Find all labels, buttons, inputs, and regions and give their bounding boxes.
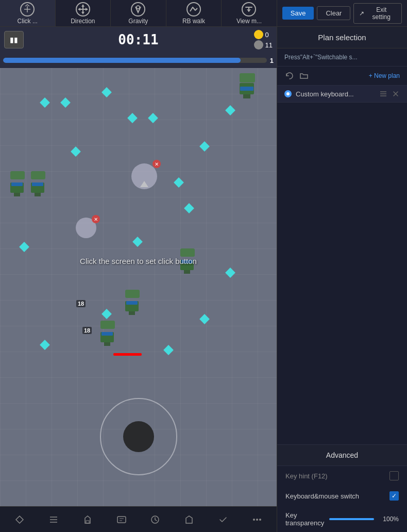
toolbar-rbwalk-label: RB walk <box>182 18 205 25</box>
pause-button[interactable]: ▮▮ <box>4 31 24 48</box>
svg-marker-4 <box>78 8 80 11</box>
exit-setting-button[interactable]: ↗ Exit setting <box>353 3 402 24</box>
plan-name: Custom keyboard... <box>296 90 375 98</box>
svg-point-13 <box>253 519 255 521</box>
bottom-item-more[interactable] <box>243 514 272 525</box>
plan-close-icon[interactable] <box>392 90 400 98</box>
shortcut-row: Press"Alt+`"Switchable s... <box>277 48 407 66</box>
click-instruction: Click the screen to set click button <box>80 257 197 265</box>
toolbar-item-direction[interactable]: Direction <box>56 0 111 26</box>
transparency-label: Key transparency <box>285 511 324 527</box>
remove-button-2[interactable]: ✕ <box>92 215 100 223</box>
plan-radio[interactable] <box>284 90 292 97</box>
zombie-enemy <box>240 73 255 98</box>
svg-marker-3 <box>81 12 84 14</box>
coin-score: 0 <box>254 30 273 39</box>
svg-point-15 <box>259 519 261 521</box>
shortcut-text: Press"Alt+`"Switchable s... <box>284 54 358 61</box>
header-buttons: Save Clear ↗ Exit setting <box>277 0 407 26</box>
toolbar-item-gravity[interactable]: Gravity <box>111 0 166 26</box>
key-hint-checkbox[interactable] <box>389 471 399 480</box>
svg-point-7 <box>137 6 140 9</box>
zombie-enemy <box>125 290 140 315</box>
bottom-icon-4 <box>116 514 127 525</box>
kb-mouse-row: Keyboard&mouse switch ✓ <box>277 486 407 506</box>
coin-icon <box>254 30 263 39</box>
zombie-enemy <box>31 171 45 196</box>
zombie-enemy <box>100 321 115 346</box>
progress-fill <box>3 58 241 63</box>
save-button[interactable]: Save <box>282 7 314 20</box>
view-mode-icon <box>241 2 257 16</box>
score-area: 0 11 <box>254 30 273 49</box>
exit-icon: ↗ <box>359 10 364 17</box>
bottom-icon-5 <box>149 514 161 525</box>
cursor-icon <box>20 2 35 16</box>
rb-walk-icon <box>186 2 201 16</box>
more-icon <box>251 514 263 525</box>
game-world[interactable]: 18 18 Click the screen to set click butt… <box>0 68 277 506</box>
svg-point-6 <box>131 3 145 16</box>
bottom-icon-6 <box>183 514 195 525</box>
toolbar-click-label: Click ... <box>18 18 38 25</box>
bottom-item-4[interactable] <box>107 514 135 525</box>
damage-label: 18 <box>76 300 86 307</box>
toolbar-gravity-label: Gravity <box>128 18 148 25</box>
bottom-icon-3 <box>82 514 93 525</box>
up-arrow-icon <box>140 181 148 187</box>
panel-title: Plan selection <box>285 33 399 42</box>
svg-marker-2 <box>81 4 84 7</box>
bottom-item-2[interactable] <box>39 514 67 525</box>
game-bottom-toolbar <box>0 506 277 532</box>
advanced-section: Advanced Key hint (F12) Keyboard&mouse s… <box>277 444 407 532</box>
refresh-icon[interactable] <box>284 71 295 81</box>
gravity-icon <box>130 2 146 16</box>
bottom-item-7[interactable] <box>209 514 238 525</box>
new-plan-button[interactable]: + New plan <box>369 72 400 79</box>
plan-actions: + New plan <box>277 66 407 86</box>
joystick-inner[interactable] <box>123 421 154 452</box>
folder-icon[interactable] <box>299 71 309 81</box>
bottom-icon-7 <box>217 514 229 525</box>
plan-menu-icon[interactable] <box>379 90 387 98</box>
game-header: ▮▮ 00:11 0 11 <box>0 27 277 53</box>
game-area[interactable]: ▮▮ 00:11 0 11 1 <box>0 27 277 532</box>
clear-button[interactable]: Clear <box>317 6 350 20</box>
right-panel: Plan selection Press"Alt+`"Switchable s.… <box>277 27 407 532</box>
advanced-title: Advanced <box>285 451 399 459</box>
gem-score: 11 <box>254 40 273 49</box>
kb-mouse-label: Keyboard&mouse switch <box>285 492 389 500</box>
key-hint-row: Key hint (F12) <box>277 466 407 486</box>
plan-selection-header: Plan selection <box>277 27 407 48</box>
toolbar-item-viewmode[interactable]: View m... <box>222 0 277 26</box>
transparency-value: 100% <box>379 516 399 523</box>
transparency-row: Key transparency 100% <box>277 506 407 532</box>
zombie-enemy <box>10 171 25 196</box>
slider-fill <box>329 518 374 520</box>
svg-rect-11 <box>117 517 126 523</box>
svg-marker-5 <box>86 8 88 11</box>
bottom-item-3[interactable] <box>73 514 101 525</box>
toolbar-viewmode-label: View m... <box>236 18 262 25</box>
progress-track <box>3 58 267 63</box>
plan-item[interactable]: Custom keyboard... <box>277 86 407 103</box>
bottom-item-6[interactable] <box>175 514 204 525</box>
toolbar-item-rbwalk[interactable]: RB walk <box>166 0 222 26</box>
bottom-item-1[interactable] <box>5 514 33 525</box>
toolbar-direction-label: Direction <box>71 18 95 25</box>
joystick-outer[interactable] <box>100 398 177 475</box>
damage-label: 18 <box>82 327 92 334</box>
key-hint-label: Key hint (F12) <box>285 472 389 480</box>
toolbar-item-click[interactable]: Click ... <box>0 0 56 26</box>
action-button-1[interactable] <box>131 163 157 189</box>
top-toolbar: Click ... Direction Gravity <box>0 0 407 27</box>
transparency-slider[interactable] <box>329 518 374 520</box>
kb-mouse-checkbox[interactable]: ✓ <box>389 491 399 501</box>
bottom-icon-2 <box>48 514 59 525</box>
spacer <box>277 103 407 444</box>
svg-point-14 <box>256 519 258 521</box>
bottom-icon-1 <box>14 514 25 525</box>
progress-bar-area: 1 <box>0 53 277 68</box>
bottom-item-5[interactable] <box>141 514 169 525</box>
remove-button-1[interactable]: ✕ <box>152 160 161 168</box>
